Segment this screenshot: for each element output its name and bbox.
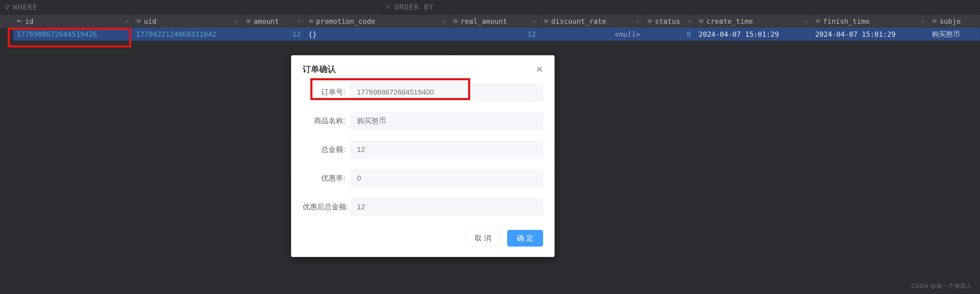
svg-rect-32 [935,19,936,23]
col-label-finish-time: finish_time [823,17,870,25]
column-header-real-amount[interactable]: real_amount ÷ [449,14,540,28]
sort-indicator: ÷ [533,18,536,24]
dialog-title: 订单确认 [302,64,336,75]
form-row-after-discount: 优惠后总金额: [302,198,543,216]
order-id-field[interactable] [350,83,543,101]
table-row[interactable]: 1 1776988672684519426 177042212406831104… [0,28,980,41]
column-header-id[interactable]: id ÷ [13,14,132,28]
dialog-header: 订单确认 ✕ [291,55,555,81]
column-header-finish-time[interactable]: finish_time ÷ [811,14,928,28]
label-product: 商品名称: [302,116,350,126]
rownum-gutter-header [0,14,13,28]
svg-rect-21 [648,19,649,23]
after-discount-field[interactable] [350,198,543,216]
svg-rect-8 [139,19,140,23]
svg-rect-9 [247,19,248,23]
svg-rect-29 [819,19,819,23]
cell-amount[interactable]: 12 [242,28,305,41]
svg-rect-19 [546,19,547,23]
cell-create-time[interactable]: 2024-04-07 15:01:29 [695,28,811,41]
where-clause[interactable]: WHERE [0,0,382,14]
col-label-real-amount: real_amount [461,17,507,25]
form-row-product: 商品名称: [302,112,543,130]
row-number: 1 [0,28,13,41]
form-row-order-id: 订单号: [302,83,543,101]
product-name-field[interactable] [350,112,543,130]
svg-rect-10 [248,19,249,23]
sort-icon [386,5,391,10]
ok-button[interactable]: 确 定 [507,230,543,246]
svg-rect-11 [249,19,250,23]
column-header-discount-rate[interactable]: discount_rate ÷ [540,14,643,28]
svg-rect-30 [932,19,934,23]
order-confirm-dialog: 订单确认 ✕ 订单号: 商品名称: 总金额: 优惠率: 优惠后总金额: 取 消 … [291,55,555,257]
column-header-promotion[interactable]: promotion_code ÷ [305,14,449,28]
svg-rect-25 [701,19,702,23]
svg-rect-20 [547,19,548,23]
col-label-uid: uid [144,17,156,25]
column-header-amount[interactable]: amount ÷ [242,14,305,28]
svg-rect-5 [21,21,21,22]
cell-discount-rate[interactable]: <null> [540,28,643,41]
svg-rect-13 [310,19,312,23]
col-label-discount-rate: discount_rate [551,17,606,25]
watermark: CSDN @做一个体面人 [911,282,972,290]
column-icon [453,19,458,24]
cell-id[interactable]: 1776988672684519426 [13,28,132,41]
cell-subject[interactable]: 购买憨币 [928,28,980,41]
column-header-subject[interactable]: subje [928,14,980,28]
svg-rect-1 [387,7,389,8]
label-after-discount: 优惠后总金额: [302,202,350,212]
cell-status[interactable]: 0 [643,28,695,41]
sort-indicator: ÷ [636,18,640,24]
column-icon [308,19,313,24]
column-icon [932,19,937,24]
sort-indicator: ÷ [687,18,691,24]
svg-rect-7 [138,19,139,23]
table-header: id ÷ uid ÷ amount ÷ promotion_code ÷ rea… [0,14,980,28]
column-header-uid[interactable]: uid ÷ [132,14,242,28]
filter-icon [4,5,10,10]
sort-indicator: ÷ [125,18,128,24]
column-icon [246,19,251,24]
cell-finish-time[interactable]: 2024-04-07 15:01:29 [811,28,928,41]
column-header-status[interactable]: status ÷ [643,14,695,28]
col-label-create-time: create_time [706,17,753,25]
svg-rect-17 [456,19,457,23]
primary-key-icon [17,18,22,24]
svg-rect-0 [387,5,390,6]
orderby-label: ORDER BY [395,3,434,11]
cell-real-amount[interactable]: 12 [449,28,540,41]
col-label-amount: amount [254,17,279,25]
discount-rate-field[interactable] [350,169,543,187]
dialog-footer: 取 消 确 定 [291,227,555,257]
svg-rect-23 [651,19,651,23]
label-order-id: 订单号: [302,87,350,97]
dialog-body: 订单号: 商品名称: 总金额: 优惠率: 优惠后总金额: [291,81,555,216]
orderby-clause[interactable]: ORDER BY [382,0,980,14]
sort-indicator: ÷ [921,18,924,24]
cancel-button[interactable]: 取 消 [465,230,501,246]
close-icon[interactable]: ✕ [536,65,543,74]
sort-indicator: ÷ [804,18,808,24]
svg-rect-27 [816,19,817,23]
label-total: 总金额: [302,145,350,155]
svg-rect-14 [312,19,313,23]
filter-bar: WHERE ORDER BY [0,0,980,14]
sort-indicator: ÷ [442,18,445,24]
column-icon [543,19,549,24]
column-header-create-time[interactable]: create_time ÷ [695,14,811,28]
label-discount: 优惠率: [302,173,350,183]
sort-indicator: ÷ [235,18,238,24]
sort-indicator: ÷ [298,18,301,24]
form-row-total: 总金额: [302,141,543,158]
form-row-discount: 优惠率: [302,169,543,187]
column-icon [815,19,820,24]
cell-uid[interactable]: 1770422124068311042 [132,28,242,41]
svg-rect-31 [934,19,935,23]
svg-rect-2 [387,8,388,9]
svg-rect-12 [309,19,310,23]
column-icon [136,19,141,24]
cell-promotion[interactable]: {} [305,28,449,41]
total-amount-field[interactable] [350,141,543,158]
